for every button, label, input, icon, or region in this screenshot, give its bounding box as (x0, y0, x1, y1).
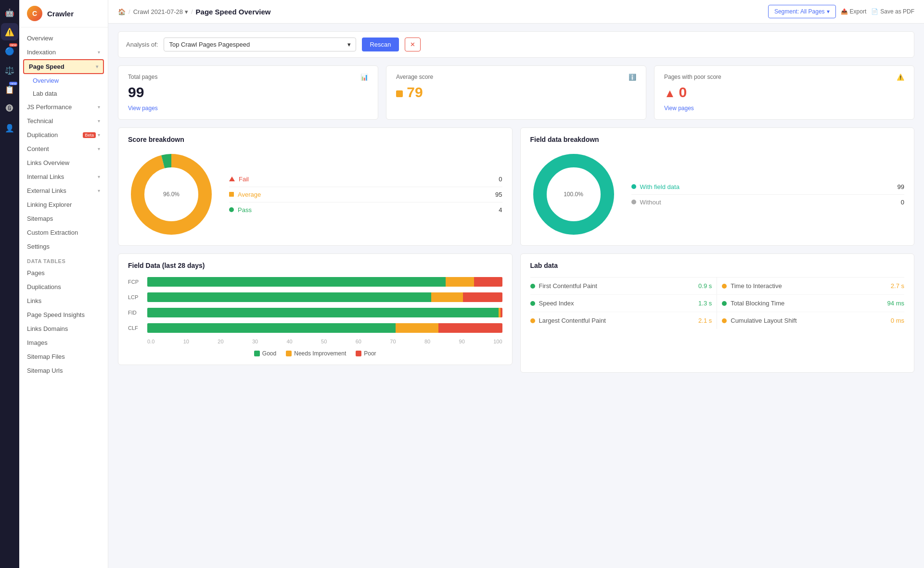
bar-lcp-poor (463, 292, 502, 302)
sidebar-item-links[interactable]: Links (19, 294, 108, 308)
sidebar: C Crawler Overview Indexation ▾ Page Spe… (19, 0, 108, 568)
sidebar-item-external-links[interactable]: External Links ▾ (19, 184, 108, 198)
breadcrumb-home: 🏠 (118, 8, 126, 15)
legend-good: Good (254, 350, 276, 357)
bar-row-fid: FID (128, 308, 502, 317)
sidebar-item-links-domains[interactable]: Links Domains (19, 322, 108, 336)
save-pdf-button[interactable]: 📄 Save as PDF (871, 8, 914, 15)
fail-icon (229, 177, 235, 181)
legend-pass: Pass 4 (229, 202, 502, 217)
view-poor-pages-link[interactable]: View pages (664, 105, 694, 112)
stat-poor-score: Pages with poor score ⚠️ ▲ 0 View pages (654, 65, 914, 120)
legend-needs-improvement: Needs Improvement (286, 350, 346, 357)
icon-avatar[interactable]: 🤖 (1, 4, 18, 21)
sidebar-item-linking-explorer[interactable]: Linking Explorer (19, 198, 108, 212)
field-data-breakdown-card: Field data breakdown 100.0% With field d… (520, 127, 915, 246)
with-field-icon (631, 184, 636, 189)
sidebar-item-links-overview[interactable]: Links Overview (19, 156, 108, 170)
sidebar-item-custom-extraction[interactable]: Custom Extraction (19, 226, 108, 240)
bar-axis: 0.010203040 5060708090100 (128, 339, 502, 344)
cls-dot (722, 318, 727, 323)
sidebar-item-page-speed[interactable]: Page Speed ▾ (23, 59, 104, 74)
sidebar-item-duplications[interactable]: Duplications (19, 280, 108, 294)
stats-row: Total pages 📊 99 View pages Average scor… (118, 65, 914, 120)
bar-clf-avg (396, 323, 438, 333)
icon-scale[interactable]: ⚖️ (1, 62, 18, 79)
chevron-icon: ▾ (98, 146, 100, 151)
analysis-select[interactable]: Top Crawl Pages Pagespeed ▾ (164, 38, 356, 51)
icon-warning[interactable]: ⚠️ (1, 23, 18, 40)
legend-without-field: Without 0 (631, 195, 905, 210)
field-data-chart-title: Field Data (last 28 days) (128, 262, 502, 269)
breadcrumb-crawl[interactable]: Crawl 2021-07-28 ▾ (133, 8, 188, 15)
sidebar-item-images[interactable]: Images (19, 336, 108, 350)
icon-new[interactable]: 🔵new (1, 42, 18, 60)
average-score-value: 79 (396, 84, 636, 101)
bar-lcp-good (147, 292, 431, 302)
segment-button[interactable]: Segment: All Pages ▾ (768, 5, 836, 18)
bar-fcp-poor (474, 277, 502, 287)
score-legend: Fail 0 Average 95 (229, 172, 502, 217)
chevron-icon: ▾ (98, 118, 100, 124)
sidebar-item-settings[interactable]: Settings (19, 240, 108, 253)
sidebar-item-js-performance[interactable]: JS Performance ▾ (19, 100, 108, 114)
sidebar-icon-rail: 🤖 ⚠️ 🔵new ⚖️ 📋new 🅖 👤 (0, 0, 19, 568)
legend-fail: Fail 0 (229, 172, 502, 187)
lab-lcp: Largest Contentful Paint 2.1 s (530, 312, 718, 329)
lab-fcp: First Contentful Paint 0.9 s (530, 278, 718, 295)
sidebar-item-sitemap-urls[interactable]: Sitemap Urls (19, 364, 108, 378)
sidebar-item-page-speed-insights[interactable]: Page Speed Insights (19, 308, 108, 322)
bar-row-clf: CLF (128, 323, 502, 333)
lab-si: Speed Index 1.3 s (530, 295, 718, 312)
sidebar-item-content[interactable]: Content ▾ (19, 142, 108, 156)
tbt-dot (722, 301, 727, 306)
chevron-down-icon: ▾ (347, 41, 351, 48)
bar-fid-poor (500, 308, 502, 317)
warning-icon: ⚠️ (897, 74, 904, 81)
bar-legend: Good Needs Improvement Poor (128, 350, 502, 357)
field-legend: With field data 99 Without 0 (631, 179, 905, 210)
icon-person[interactable]: 👤 (1, 119, 18, 137)
sidebar-item-overview[interactable]: Overview (19, 31, 108, 45)
sidebar-item-indexation[interactable]: Indexation ▾ (19, 45, 108, 59)
sidebar-item-ps-overview[interactable]: Overview (19, 74, 108, 87)
bar-label-fid: FID (128, 310, 142, 316)
field-donut-label: 100.0% (564, 191, 583, 198)
donut-container: 96.0% Fail 0 A (128, 151, 502, 238)
icon-g[interactable]: 🅖 (1, 100, 18, 117)
good-dot (254, 351, 260, 356)
sidebar-item-lab-data[interactable]: Lab data (19, 87, 108, 100)
sidebar-item-technical[interactable]: Technical ▾ (19, 114, 108, 128)
view-pages-link[interactable]: View pages (128, 105, 158, 112)
sidebar-item-sitemap-files[interactable]: Sitemap Files (19, 350, 108, 364)
fcp-dot (530, 284, 535, 289)
lab-data-title: Lab data (530, 262, 905, 269)
chevron-icon: ▾ (98, 188, 100, 193)
field-data-breakdown-title: Field data breakdown (530, 136, 905, 143)
bar-track-fcp (147, 277, 502, 287)
sidebar-item-internal-links[interactable]: Internal Links ▾ (19, 170, 108, 184)
clear-button[interactable]: ✕ (405, 38, 421, 51)
legend-average: Average 95 (229, 187, 502, 202)
chevron-icon: ▾ (827, 8, 830, 15)
icon-log[interactable]: 📋new (1, 81, 18, 98)
lab-grid: First Contentful Paint 0.9 s Time to Int… (530, 278, 905, 329)
legend-poor: Poor (356, 350, 376, 357)
sidebar-item-duplication[interactable]: Duplication Beta ▾ (19, 128, 108, 142)
total-pages-value: 99 (128, 84, 368, 101)
lcp-dot (530, 318, 535, 323)
chart-icon: 📊 (360, 74, 368, 81)
sidebar-item-pages[interactable]: Pages (19, 266, 108, 280)
export-button[interactable]: 📤 Export (841, 8, 867, 15)
rescan-button[interactable]: Rescan (362, 38, 398, 51)
sidebar-item-sitemaps[interactable]: Sitemaps (19, 212, 108, 226)
total-pages-label: Total pages (128, 74, 157, 80)
bar-lcp-avg (431, 292, 463, 302)
logo-icon: C (27, 6, 42, 21)
pdf-icon: 📄 (871, 8, 878, 15)
score-breakdown-title: Score breakdown (128, 136, 502, 143)
average-score-label: Average score (396, 74, 433, 80)
beta-badge: Beta (83, 132, 96, 138)
app-title: Crawler (47, 10, 74, 18)
poor-dot (356, 351, 361, 356)
